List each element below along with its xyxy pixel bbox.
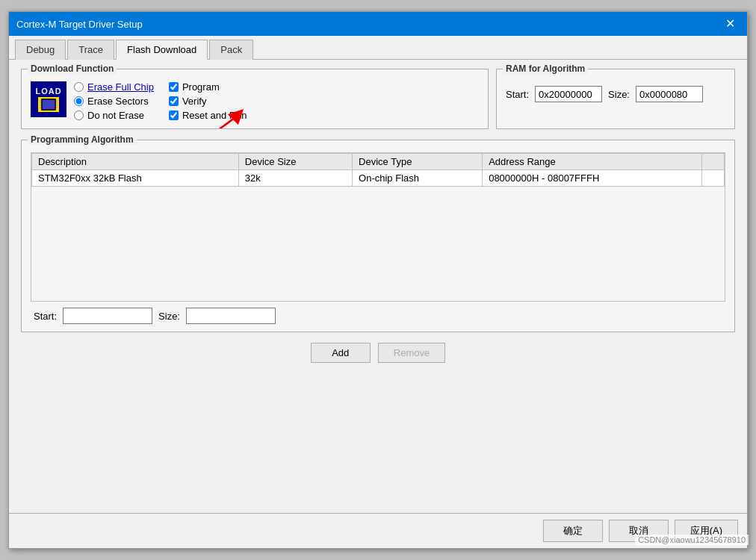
check-verify-label[interactable]: Verify bbox=[182, 96, 207, 107]
download-function-title: Download Function bbox=[28, 63, 117, 74]
watermark: CSDN@xiaowu12345678910 bbox=[635, 535, 749, 545]
check-reset-run[interactable]: Reset and Run bbox=[169, 110, 247, 121]
pa-table: Description Device Size Device Type Addr… bbox=[31, 153, 725, 187]
size-label: Size: bbox=[608, 89, 630, 100]
top-panels: Download Function LOAD bbox=[21, 69, 735, 129]
remove-button[interactable]: Remove bbox=[378, 343, 445, 363]
cell-description: STM32F0xx 32kB Flash bbox=[32, 170, 239, 187]
load-icon-text: LOAD bbox=[35, 87, 61, 96]
start-input[interactable] bbox=[535, 86, 602, 102]
radio-erase-sectors[interactable]: Erase Sectors bbox=[74, 96, 154, 107]
check-verify[interactable]: Verify bbox=[169, 96, 247, 107]
df-inner: LOAD bbox=[31, 81, 479, 121]
check-program-input[interactable] bbox=[169, 82, 179, 92]
col-description: Description bbox=[32, 154, 239, 170]
check-program[interactable]: Program bbox=[169, 81, 247, 93]
ram-fields: Start: Size: bbox=[506, 86, 725, 102]
tab-trace[interactable]: Trace bbox=[67, 40, 114, 60]
load-icon: LOAD bbox=[31, 81, 66, 117]
tab-flash-download[interactable]: Flash Download bbox=[116, 40, 208, 60]
radio-erase-full-input[interactable] bbox=[74, 82, 84, 92]
load-icon-chip bbox=[38, 97, 59, 112]
pa-size-label: Size: bbox=[158, 311, 180, 322]
radio-do-not-erase-input[interactable] bbox=[74, 111, 84, 120]
chip-svg bbox=[38, 97, 59, 112]
pa-start-label: Start: bbox=[34, 311, 57, 322]
radio-erase-full[interactable]: Erase Full Chip bbox=[74, 81, 154, 93]
col-device-type: Device Type bbox=[353, 154, 483, 170]
cell-address-range: 08000000H - 08007FFFH bbox=[483, 170, 702, 187]
check-reset-run-input[interactable] bbox=[169, 111, 179, 120]
pa-start-input[interactable] bbox=[63, 308, 152, 324]
check-verify-input[interactable] bbox=[169, 96, 179, 106]
radio-do-not-erase[interactable]: Do not Erase bbox=[74, 110, 154, 121]
check-reset-run-label[interactable]: Reset and Run bbox=[182, 110, 247, 121]
radio-erase-sectors-label[interactable]: Erase Sectors bbox=[87, 96, 149, 107]
ram-algorithm-title: RAM for Algorithm bbox=[503, 63, 588, 74]
radio-do-not-erase-label[interactable]: Do not Erase bbox=[87, 110, 144, 121]
pa-size-input[interactable] bbox=[186, 308, 276, 324]
dialog-body: Download Function LOAD bbox=[9, 60, 747, 513]
svg-rect-1 bbox=[43, 100, 55, 109]
download-function-group: Download Function LOAD bbox=[21, 69, 489, 129]
table-row[interactable]: STM32F0xx 32kB Flash 32k On-chip Flash 0… bbox=[32, 170, 725, 187]
check-group: Program Verify Reset and Run bbox=[169, 81, 247, 121]
pa-bottom: Start: Size: bbox=[31, 308, 725, 324]
add-button[interactable]: Add bbox=[311, 343, 371, 363]
window-title: Cortex-M Target Driver Setup bbox=[16, 19, 143, 30]
start-label: Start: bbox=[506, 89, 529, 100]
check-program-label[interactable]: Program bbox=[182, 81, 220, 93]
size-input[interactable] bbox=[636, 86, 703, 102]
ok-button[interactable]: 确定 bbox=[543, 520, 603, 542]
cell-device-size: 32k bbox=[238, 170, 352, 187]
add-remove-buttons: Add Remove bbox=[21, 343, 735, 363]
tab-debug[interactable]: Debug bbox=[15, 40, 66, 60]
programming-algorithm-title: Programming Algorithm bbox=[28, 134, 137, 145]
col-device-size: Device Size bbox=[238, 154, 352, 170]
col-extra bbox=[701, 154, 724, 170]
pa-table-container: Description Device Size Device Type Addr… bbox=[31, 152, 725, 302]
programming-algorithm-group: Programming Algorithm Description Device… bbox=[21, 140, 735, 332]
col-address-range: Address Range bbox=[483, 154, 702, 170]
radio-group: Erase Full Chip Erase Sectors Do not Era… bbox=[74, 81, 154, 121]
cell-device-type: On-chip Flash bbox=[353, 170, 483, 187]
tab-bar: Debug Trace Flash Download Pack bbox=[9, 36, 747, 60]
ram-algorithm-group: RAM for Algorithm Start: Size: bbox=[496, 69, 735, 129]
dialog-window: Cortex-M Target Driver Setup ✕ Debug Tra… bbox=[8, 11, 748, 549]
title-bar: Cortex-M Target Driver Setup ✕ bbox=[9, 12, 747, 36]
tab-pack[interactable]: Pack bbox=[209, 40, 253, 60]
radio-erase-full-label[interactable]: Erase Full Chip bbox=[87, 81, 154, 93]
radio-erase-sectors-input[interactable] bbox=[74, 96, 84, 106]
cell-extra bbox=[701, 170, 724, 187]
close-button[interactable]: ✕ bbox=[721, 16, 740, 31]
